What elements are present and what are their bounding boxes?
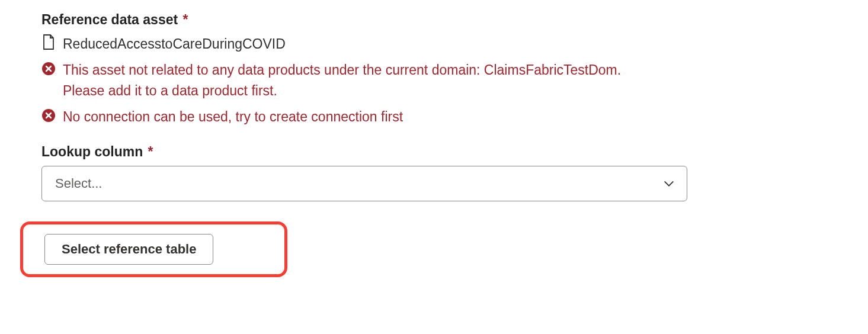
lookup-column-label: Lookup column * xyxy=(41,144,827,160)
error-row-2: No connection can be used, try to create… xyxy=(41,107,827,127)
error-icon xyxy=(41,60,56,79)
error-text-2: No connection can be used, try to create… xyxy=(63,107,403,127)
reference-data-asset-group: Reference data asset * ReducedAccesstoCa… xyxy=(41,12,827,127)
lookup-column-select[interactable]: Select... xyxy=(41,166,687,201)
required-asterisk: * xyxy=(148,144,153,159)
asset-name: ReducedAccesstoCareDuringCOVID xyxy=(63,36,286,52)
error-row-1: This asset not related to any data produ… xyxy=(41,60,827,101)
lookup-column-label-text: Lookup column xyxy=(41,144,143,159)
highlight-annotation: Select reference table xyxy=(20,221,287,277)
error-icon xyxy=(41,107,56,126)
lookup-column-select-wrap: Select... xyxy=(41,166,687,201)
asset-row: ReducedAccesstoCareDuringCOVID xyxy=(41,34,827,54)
error-text-1: This asset not related to any data produ… xyxy=(63,60,655,101)
reference-data-asset-label: Reference data asset * xyxy=(41,12,827,28)
lookup-column-group: Lookup column * Select... xyxy=(41,144,827,201)
select-reference-table-button[interactable]: Select reference table xyxy=(44,234,213,265)
file-icon xyxy=(41,34,56,54)
reference-data-asset-label-text: Reference data asset xyxy=(41,12,178,27)
lookup-column-placeholder: Select... xyxy=(55,176,102,191)
required-asterisk: * xyxy=(183,12,188,27)
